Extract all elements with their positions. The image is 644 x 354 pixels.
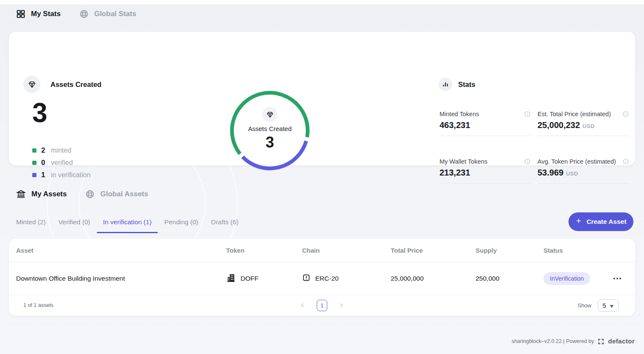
column-header-token: Token	[226, 247, 302, 254]
pager: 1	[299, 300, 345, 311]
stat-unit: USD	[582, 123, 595, 129]
stats-title: Stats	[458, 81, 475, 89]
gem-icon	[262, 107, 277, 122]
stats-grid: Minted Tokens 463,231 Est. Total Price (…	[440, 111, 630, 184]
cell-supply: 250,000	[476, 275, 543, 282]
stat-my-wallet-tokens: My Wallet Tokens 213,231	[440, 158, 531, 184]
legend-swatch-verified	[32, 161, 36, 165]
assets-created-title: Assets Created	[50, 81, 101, 89]
create-asset-label: Create Asset	[586, 218, 626, 226]
cell-asset-name: Downtown Office Building Investment	[16, 275, 226, 282]
tab-global-assets[interactable]: Global Assets	[85, 190, 148, 199]
legend-value: 2	[41, 146, 46, 155]
table-header-row: Asset Token Chain Total Price Supply Sta…	[9, 239, 635, 262]
stat-est-total-price: Est. Total Price (estimated) 25,000,232U…	[538, 111, 629, 136]
pagination-row: 1 of 1 assets 1 Show 5	[9, 295, 635, 315]
tab-verified[interactable]: Verified (0)	[52, 214, 97, 233]
building-icon	[226, 273, 236, 284]
show-label: Show	[577, 302, 591, 309]
legend-label: in verification	[51, 171, 90, 179]
tab-global-stats[interactable]: Global Stats	[79, 9, 136, 19]
stats-header: Stats	[439, 78, 475, 91]
gem-icon	[23, 76, 40, 93]
stat-label: My Wallet Tokens	[440, 158, 487, 165]
top-strip	[0, 0, 644, 4]
status-badge: InVerification	[543, 272, 590, 285]
stat-value: 463,231	[440, 120, 470, 130]
assets-created-total: 3	[32, 95, 48, 131]
chevron-right-icon[interactable]	[338, 301, 345, 309]
row-menu-button[interactable]	[611, 275, 624, 282]
info-icon[interactable]	[524, 158, 531, 165]
column-header-asset: Asset	[16, 247, 226, 254]
donut-center-label: Assets Created	[229, 125, 311, 132]
info-icon[interactable]	[524, 111, 531, 117]
legend-label: minted	[51, 147, 71, 154]
cell-chain: ERC-20	[302, 273, 391, 284]
legend-item-verified: 0 verified	[32, 159, 90, 167]
column-header-total-price: Total Price	[391, 247, 476, 254]
plus-icon	[575, 217, 582, 226]
tab-my-assets[interactable]: My Assets	[16, 189, 67, 199]
cell-token: DOFF	[226, 273, 302, 284]
chevron-left-icon[interactable]	[299, 301, 307, 309]
globe-icon	[79, 9, 89, 19]
stat-label: Avg. Token Price (estimated)	[538, 158, 616, 165]
stat-value: 213,231	[440, 168, 470, 177]
legend-value: 0	[41, 159, 46, 167]
page-size-control: Show 5	[577, 299, 619, 312]
legend-label: verified	[51, 159, 73, 167]
tab-pending[interactable]: Pending (0)	[158, 214, 204, 233]
legend-swatch-in-verification	[32, 173, 36, 177]
column-header-supply: Supply	[476, 247, 543, 254]
tab-global-assets-label: Global Assets	[100, 190, 148, 198]
create-asset-button[interactable]: Create Asset	[568, 212, 633, 231]
assets-nav: My Assets Global Assets	[16, 189, 148, 199]
alert-square-icon	[302, 273, 311, 284]
column-header-chain: Chain	[302, 247, 391, 254]
stat-unit: USD	[566, 170, 578, 177]
cell-total-price: 25,000,000	[391, 275, 476, 282]
stat-label: Est. Total Price (estimated)	[538, 111, 611, 117]
assets-created-legend: 2 minted 0 verified 1 in verification	[32, 146, 90, 179]
stat-avg-token-price: Avg. Token Price (estimated) 53.969USD	[538, 158, 629, 184]
legend-value: 1	[41, 171, 46, 179]
caret-down-icon	[610, 302, 614, 309]
cell-token-symbol: DOFF	[241, 275, 258, 282]
tab-minted[interactable]: Minted (2)	[10, 214, 52, 233]
cell-chain-label: ERC-20	[315, 275, 339, 282]
ellipsis-icon	[613, 278, 615, 279]
tab-my-stats[interactable]: My Stats	[16, 9, 61, 19]
legend-item-in-verification: 1 in verification	[32, 171, 90, 179]
stats-nav: My Stats Global Stats	[16, 9, 136, 19]
assets-created-header: Assets Created	[23, 76, 101, 93]
legend-item-minted: 2 minted	[32, 146, 90, 155]
tab-drafts[interactable]: Drafts (6)	[204, 214, 245, 233]
tab-my-stats-label: My Stats	[31, 10, 61, 18]
assets-table-card: Asset Token Chain Total Price Supply Sta…	[9, 239, 635, 316]
stats-card: Assets Created 3 2 minted 0 verified 1 i…	[9, 32, 635, 165]
legend-swatch-minted	[32, 148, 36, 153]
defactor-logo-icon	[597, 338, 605, 345]
assets-created-donut-chart: Assets Created 3	[229, 89, 311, 172]
bar-chart-icon	[439, 78, 452, 91]
footer-version-text: sharingblock–v2.0.22 | Powered by	[512, 338, 594, 344]
cell-status: InVerification	[543, 272, 611, 285]
stat-value: 53.969	[538, 168, 563, 177]
stat-label: Minted Tokens	[440, 111, 479, 117]
tab-in-verification[interactable]: In verification (1)	[97, 214, 158, 233]
bank-icon	[16, 189, 26, 199]
column-header-status: Status	[543, 247, 611, 254]
info-icon[interactable]	[622, 111, 629, 117]
page-size-value: 5	[602, 302, 606, 309]
table-row[interactable]: Downtown Office Building Investment DOFF…	[9, 262, 635, 295]
page-size-dropdown[interactable]: 5	[598, 299, 619, 312]
stat-minted-tokens: Minted Tokens 463,231	[440, 111, 531, 136]
page-number-button[interactable]: 1	[317, 300, 328, 311]
footer: sharingblock–v2.0.22 | Powered by defact…	[512, 337, 635, 345]
tab-global-stats-label: Global Stats	[94, 10, 136, 18]
grid-icon	[16, 9, 25, 19]
pagination-summary: 1 of 1 assets	[23, 302, 53, 308]
info-icon[interactable]	[622, 158, 629, 165]
asset-filter-tabs: Minted (2) Verified (0) In verification …	[10, 214, 245, 233]
